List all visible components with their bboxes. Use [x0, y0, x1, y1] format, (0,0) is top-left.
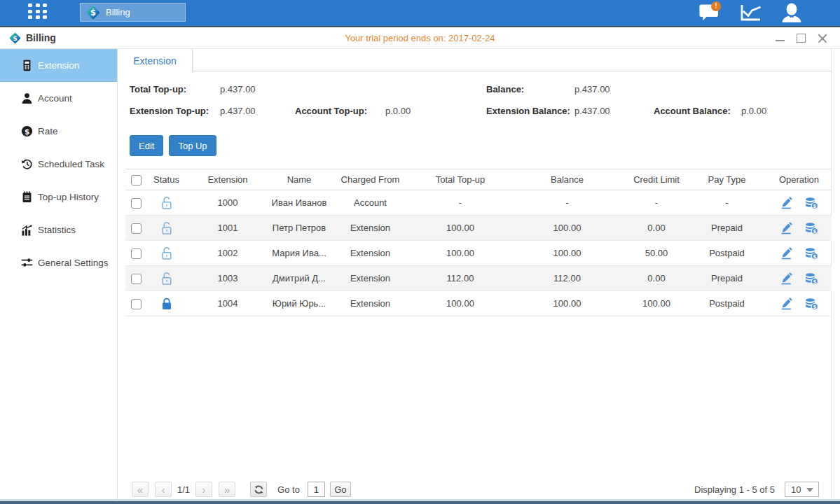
topup-coins-icon[interactable]: $: [804, 246, 818, 260]
select-all-header-cell: [125, 169, 147, 190]
last-page-button[interactable]: »: [219, 482, 235, 497]
page-size-value: 10: [791, 484, 801, 495]
sidebar-item-general-settings[interactable]: General Settings: [0, 246, 117, 279]
prev-page-button[interactable]: ‹: [155, 482, 172, 497]
extension-topup-value: p.437.00: [220, 106, 295, 116]
edit-pencil-icon[interactable]: [780, 297, 794, 311]
sidebar-item-label: Scheduled Task: [38, 159, 104, 169]
sidebar-item-label: Rate: [38, 126, 58, 136]
person-icon: [780, 3, 804, 22]
lock-open-icon: [160, 221, 173, 235]
statistics-icon: [21, 224, 33, 236]
topup-coins-icon[interactable]: $: [804, 297, 818, 311]
go-button[interactable]: Go: [330, 482, 351, 497]
sidebar-item-statistics[interactable]: Statistics: [0, 214, 117, 246]
svg-text:$: $: [813, 278, 816, 284]
extension-balance-label: Extension Balance:: [486, 106, 574, 116]
displaying-text: Displaying 1 - 5 of 5: [694, 484, 775, 495]
user-account-button[interactable]: [780, 3, 804, 22]
cell-name: Юрий Юрь...: [270, 291, 329, 316]
sidebar-item-label: General Settings: [38, 258, 109, 268]
notification-badge: !: [711, 1, 721, 11]
topup-coins-icon[interactable]: $: [804, 196, 818, 210]
edit-pencil-icon[interactable]: [780, 221, 794, 235]
cell-credit-limit: 100.00: [626, 291, 687, 316]
edit-button[interactable]: Edit: [130, 135, 163, 156]
topup-coins-icon[interactable]: $: [804, 272, 818, 286]
taskbar-item-billing[interactable]: $ Billing: [80, 3, 186, 22]
row-checkbox[interactable]: [131, 274, 142, 284]
maximize-button[interactable]: [797, 34, 806, 43]
account-balance-value: p.0.00: [741, 106, 831, 116]
table-row-1001: 1001Петр ПетровExtension100.00100.000.00…: [125, 216, 832, 241]
lock-closed-icon: [160, 297, 173, 311]
edit-pencil-icon[interactable]: [780, 196, 794, 210]
minimize-button[interactable]: [776, 40, 785, 41]
edit-pencil-icon[interactable]: [780, 272, 794, 286]
general-settings-icon: [21, 257, 33, 269]
lock-open-icon: [160, 246, 173, 260]
sidebar-item-rate[interactable]: $Rate: [0, 115, 117, 148]
edit-pencil-icon[interactable]: [780, 246, 794, 260]
cell-credit-limit: 50.00: [626, 241, 687, 266]
sidebar-menu: ExtensionAccount$RateScheduled TaskTop-u…: [0, 49, 118, 499]
taskbar-item-label: Billing: [106, 7, 130, 18]
tab-strip: Extension: [118, 49, 831, 71]
sidebar-item-label: Top-up History: [38, 192, 99, 202]
extension-topup-label: Extension Top-up:: [130, 106, 220, 116]
total-topup-label: Total Top-up:: [130, 84, 220, 94]
goto-label: Go to: [277, 484, 300, 495]
resource-monitor-button[interactable]: [740, 4, 762, 22]
main-panel: Extension Total Top-up: p.437.00 Balance…: [118, 49, 832, 499]
first-page-button[interactable]: «: [132, 482, 149, 497]
cell-total-topup: 100.00: [412, 291, 509, 316]
sidebar-item-scheduled-task[interactable]: Scheduled Task: [0, 148, 117, 181]
refresh-button[interactable]: [250, 482, 267, 497]
select-all-checkbox[interactable]: [131, 175, 142, 186]
goto-page-input[interactable]: [308, 482, 325, 497]
sidebar-item-account[interactable]: Account: [0, 82, 117, 115]
row-checkbox[interactable]: [131, 198, 142, 209]
notifications-button[interactable]: !: [698, 4, 719, 22]
sidebar-item-label: Account: [38, 93, 72, 104]
cell-total-topup: -: [412, 190, 509, 216]
account-balance-label: Account Balance:: [654, 106, 741, 116]
trial-notice: Your trial period ends on: 2017-02-24: [0, 33, 840, 43]
row-checkbox[interactable]: [131, 248, 142, 259]
svg-text:$: $: [813, 303, 816, 309]
cell-name: Иван Иванов: [270, 190, 329, 216]
sidebar-item-topup-history[interactable]: Top-up History: [0, 181, 117, 214]
page-indicator: 1/1: [177, 484, 190, 495]
account-topup-label: Account Top-up:: [295, 106, 385, 116]
cell-credit-limit: 0.00: [626, 216, 687, 241]
row-checkbox[interactable]: [131, 223, 142, 234]
topup-history-icon: [21, 191, 33, 203]
desktop-strip: [0, 501, 840, 504]
topup-coins-icon[interactable]: $: [804, 221, 818, 235]
column-header-balance: Balance: [509, 169, 626, 190]
cell-name: Дмитрий Д...: [270, 266, 329, 291]
next-page-button[interactable]: ›: [195, 482, 212, 497]
cell-charged-from: Extension: [329, 266, 412, 291]
close-button[interactable]: [818, 34, 827, 43]
app-body: ExtensionAccount$RateScheduled TaskTop-u…: [0, 49, 840, 499]
cell-pay-type: -: [687, 190, 766, 216]
top-up-button[interactable]: Top Up: [169, 135, 216, 156]
refresh-icon: [254, 484, 264, 495]
column-header-total-top-up: Total Top-up: [412, 169, 509, 190]
cell-credit-limit: -: [626, 190, 687, 216]
cell-name: Петр Петров: [270, 216, 329, 241]
cell-pay-type: Prepaid: [687, 266, 766, 291]
page-size-select[interactable]: 10: [785, 482, 819, 497]
sidebar-item-extension[interactable]: Extension: [0, 49, 117, 82]
svg-text:$: $: [25, 127, 30, 136]
sidebar-item-label: Statistics: [38, 225, 76, 235]
tab-extension[interactable]: Extension: [118, 49, 193, 72]
cell-extension: 1003: [186, 266, 270, 291]
svg-text:$: $: [90, 8, 96, 18]
pagination-bar: « ‹ 1/1 › » Go to Go: [132, 482, 819, 497]
row-checkbox[interactable]: [131, 299, 142, 309]
account-icon: [21, 92, 33, 104]
app-launcher-icon[interactable]: [28, 4, 47, 18]
cell-credit-limit: 0.00: [626, 266, 687, 291]
